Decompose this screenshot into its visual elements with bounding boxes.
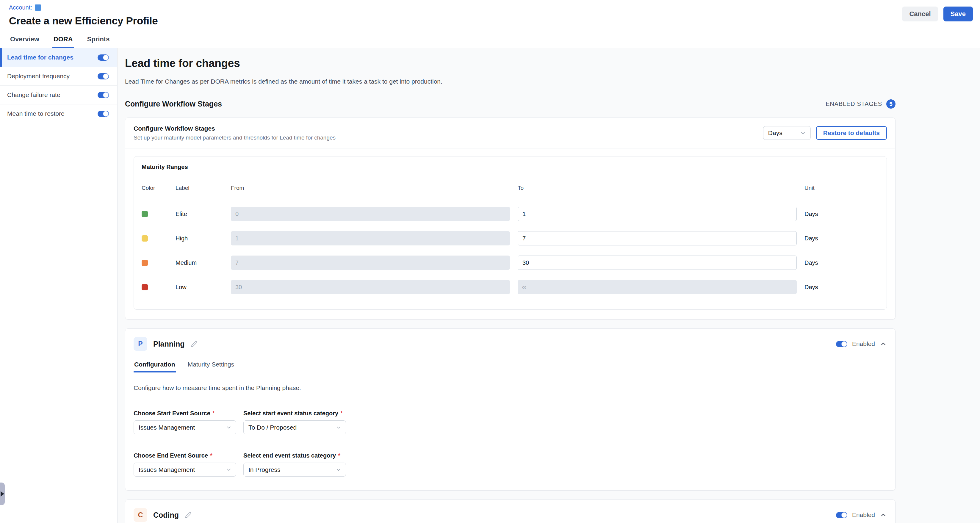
restore-defaults-button[interactable]: Restore to defaults	[816, 126, 887, 140]
collapse-stage-button[interactable]	[880, 511, 887, 518]
card-subtitle: Set up your maturity model parameters an…	[134, 135, 336, 141]
stage-name: Planning	[153, 340, 185, 348]
sidebar-item-change-failure-rate[interactable]: Change failure rate	[0, 86, 117, 105]
unit-select-value: Days	[768, 129, 783, 137]
range-label: High	[175, 235, 223, 242]
field-label-text: Select start event status category	[243, 410, 338, 416]
chevron-up-icon	[880, 511, 887, 518]
workflow-stages-card: Configure Workflow Stages Set up your ma…	[125, 118, 896, 320]
enabled-stages-indicator: ENABLED STAGES 5	[826, 99, 896, 108]
stage-enabled-toggle[interactable]	[836, 512, 847, 518]
account-avatar	[35, 5, 41, 11]
field-label: Choose End Event Source*	[134, 452, 236, 459]
page-tab-bar: Overview DORA Sprints	[0, 32, 980, 48]
range-label: Elite	[175, 211, 223, 218]
stage-enabled-toggle[interactable]	[836, 341, 847, 347]
range-unit: Days	[805, 284, 879, 291]
enabled-stages-label: ENABLED STAGES	[826, 100, 882, 107]
column-header-to: To	[518, 185, 797, 196]
tab-overview[interactable]: Overview	[9, 35, 40, 48]
sidebar-item-deployment-frequency[interactable]: Deployment frequency	[0, 67, 117, 86]
maturity-ranges-card: Maturity Ranges Color Label From To Unit	[134, 156, 887, 310]
sidebar-item-mean-time-to-restore[interactable]: Mean time to restore	[0, 105, 117, 123]
start-event-status-category-field: Select start event status category* To D…	[243, 410, 346, 434]
account-breadcrumb[interactable]: Account:	[9, 3, 980, 11]
select-value: In Progress	[248, 466, 280, 473]
stage-card-planning: P Planning Enabled	[125, 328, 896, 491]
select-value: To Do / Proposed	[248, 424, 297, 431]
required-marker: *	[212, 410, 215, 416]
chevron-down-icon	[800, 130, 806, 136]
end-event-source-select[interactable]: Issues Management	[134, 463, 236, 477]
end-event-status-category-field: Select end event status category* In Pro…	[243, 452, 346, 477]
edit-stage-name-button[interactable]	[191, 341, 197, 348]
required-marker: *	[210, 452, 212, 459]
chevron-down-icon	[226, 424, 232, 431]
stage-description: Configure how to measure time spent in t…	[134, 385, 887, 391]
column-header-color: Color	[142, 185, 168, 196]
field-label-text: Choose Start Event Source	[134, 410, 210, 416]
metric-heading: Lead time for changes	[125, 57, 896, 70]
from-input-high	[231, 231, 510, 245]
end-event-status-category-select[interactable]: In Progress	[243, 463, 346, 477]
chevron-down-icon	[226, 467, 232, 473]
range-label: Medium	[175, 259, 223, 266]
top-bar: Account: Create a new Efficiency Profile…	[0, 0, 980, 32]
end-event-source-field: Choose End Event Source* Issues Manageme…	[134, 452, 236, 477]
stage-tab-maturity-settings[interactable]: Maturity Settings	[187, 361, 235, 372]
tab-sprints[interactable]: Sprints	[86, 35, 111, 48]
from-input-low	[231, 280, 510, 294]
to-input-high[interactable]	[518, 231, 797, 245]
chevron-up-icon	[880, 340, 887, 348]
stage-enabled-label: Enabled	[852, 511, 875, 518]
edit-stage-name-button[interactable]	[185, 512, 192, 518]
metrics-sidebar: Lead time for changes Deployment frequen…	[0, 48, 118, 523]
to-input-medium[interactable]	[518, 256, 797, 270]
to-input-elite[interactable]	[518, 207, 797, 221]
stage-enabled-label: Enabled	[852, 340, 875, 348]
pencil-icon	[191, 341, 197, 348]
from-input-elite	[231, 207, 510, 221]
stage-card-coding: C Coding Enabled Co	[125, 499, 896, 523]
expand-drawer-handle[interactable]	[0, 483, 5, 505]
save-button[interactable]: Save	[943, 6, 973, 21]
main-content: Lead time for changes Lead Time for Chan…	[118, 48, 980, 523]
field-label: Choose Start Event Source*	[134, 410, 236, 417]
color-swatch-elite	[142, 211, 148, 217]
range-label: Low	[175, 284, 223, 291]
unit-select[interactable]: Days	[763, 126, 811, 140]
stage-tab-configuration[interactable]: Configuration	[134, 361, 176, 372]
field-label: Select end event status category*	[243, 452, 346, 459]
sidebar-item-label: Deployment frequency	[7, 73, 70, 80]
column-header-from: From	[231, 185, 510, 196]
change-failure-rate-toggle[interactable]	[98, 92, 109, 98]
color-swatch-high	[142, 235, 148, 242]
stage-avatar: P	[134, 337, 147, 351]
from-input-medium	[231, 256, 510, 270]
stage-avatar: C	[134, 508, 147, 522]
select-value: Issues Management	[138, 466, 195, 473]
section-title: Configure Workflow Stages	[125, 100, 222, 108]
mean-time-to-restore-toggle[interactable]	[98, 111, 109, 117]
field-label: Select start event status category*	[243, 410, 346, 417]
page-title: Create a new Efficiency Profile	[9, 15, 980, 27]
sidebar-item-label: Change failure rate	[7, 91, 60, 99]
start-event-source-select[interactable]: Issues Management	[134, 420, 236, 434]
range-unit: Days	[805, 259, 879, 266]
collapse-stage-button[interactable]	[880, 340, 887, 348]
sidebar-item-lead-time-for-changes[interactable]: Lead time for changes	[0, 48, 117, 67]
lead-time-toggle[interactable]	[98, 54, 109, 61]
start-event-status-category-select[interactable]: To Do / Proposed	[243, 420, 346, 434]
sidebar-item-label: Mean time to restore	[7, 110, 65, 117]
select-value: Issues Management	[138, 424, 195, 431]
tab-dora[interactable]: DORA	[52, 35, 74, 48]
account-label: Account:	[9, 4, 32, 11]
cancel-button[interactable]: Cancel	[902, 6, 938, 21]
chevron-down-icon	[336, 424, 342, 431]
maturity-ranges-title: Maturity Ranges	[142, 164, 879, 170]
card-title: Configure Workflow Stages	[134, 125, 336, 132]
range-unit: Days	[805, 211, 879, 218]
chevron-down-icon	[336, 467, 342, 473]
deployment-frequency-toggle[interactable]	[98, 73, 109, 79]
stage-tab-bar: Configuration Maturity Settings	[125, 522, 895, 523]
